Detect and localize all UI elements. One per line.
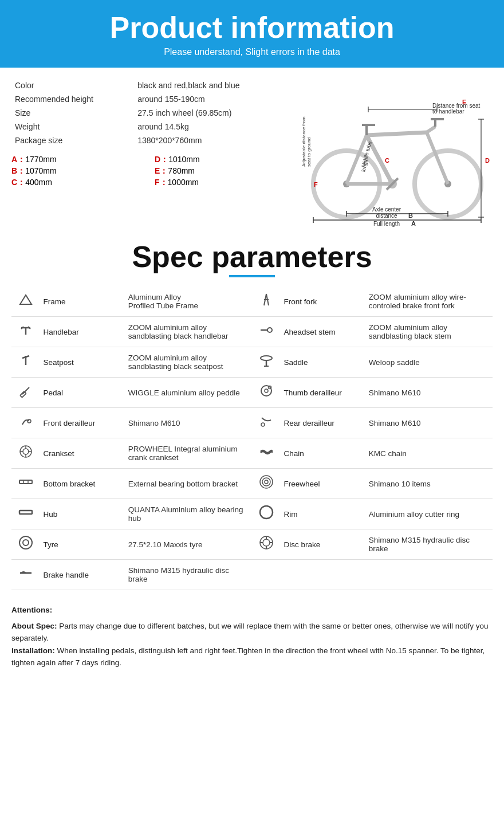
svg-line-5 [367, 132, 427, 135]
page-title: Product information [11, 10, 493, 45]
front-fork-name: Front fork [280, 286, 365, 317]
height-label: Recommended height [13, 93, 134, 105]
crankset-value: PROWHEEL Integral aluminium crank cranks… [125, 438, 252, 469]
freewheel-icon [252, 469, 280, 499]
seatpost-icon [11, 347, 40, 378]
color-value: black and red,black and blue [135, 79, 285, 92]
hub-value: QUANTA Aluminium alloy bearing hub [125, 499, 252, 529]
svg-rect-75 [19, 480, 32, 484]
svg-point-68 [261, 423, 265, 426]
svg-text:D: D [485, 157, 490, 164]
dimensions-grid: A：1770mm D：1010mm B：1070mm E：780mm C：400… [11, 155, 286, 188]
table-row: Seatpost ZOOM aluminium alloy sandblasti… [11, 347, 493, 378]
attentions-section: Attentions: About Spec: Parts may change… [0, 596, 504, 681]
rim-icon [252, 499, 280, 529]
empty-icon [252, 560, 280, 590]
color-label: Color [13, 79, 134, 92]
aheadset-value: ZOOM aluminium alloy sandblasting black … [365, 317, 493, 347]
freewheel-name: Freewheel [280, 469, 365, 499]
spec-title: Spec parameters [11, 240, 493, 274]
height-value: around 155-190cm [135, 93, 285, 105]
package-label: Package size [13, 134, 134, 147]
svg-line-54 [28, 327, 30, 329]
front-fork-icon [252, 286, 280, 317]
rear-derailleur-icon [252, 408, 280, 438]
frame-name: Frame [40, 286, 124, 317]
bike-svg: Full length A Axle center distance B Dis… [298, 78, 493, 227]
table-row: Crankset PROWHEEL Integral aluminium cra… [11, 438, 493, 469]
info-left: Color black and red,black and blue Recom… [11, 78, 286, 229]
chain-value: KMC chain [365, 438, 493, 469]
svg-point-79 [262, 478, 270, 486]
info-table: Color black and red,black and blue Recom… [11, 78, 286, 148]
tyre-icon [11, 529, 40, 560]
pedal-icon [11, 378, 40, 408]
seatpost-name: Seatpost [40, 347, 124, 378]
hub-name: Hub [40, 499, 124, 529]
aheadset-name: Aheadset stem [280, 317, 365, 347]
svg-marker-47 [20, 295, 32, 304]
table-row: Front derailleur Shimano M610 Rear derai… [11, 408, 493, 438]
table-row: Pedal WIGGLE aluminium alloy peddle Thum… [11, 378, 493, 408]
table-row: Brake handle Shimano M315 hydraulic disc… [11, 560, 493, 590]
attentions-title: Attentions: [11, 604, 493, 617]
svg-point-56 [267, 328, 272, 332]
weight-label: Weight [13, 120, 134, 133]
brake-handle-name: Brake handle [40, 560, 124, 590]
handlebar-name: Handlebar [40, 317, 124, 347]
tyre-value: 27.5*2.10 Maxxis tyre [125, 529, 252, 560]
svg-text:Full length: Full length [373, 221, 400, 227]
about-spec-text: Parts may change due to different batche… [11, 622, 489, 643]
empty-name [280, 560, 365, 590]
about-spec-bold: About Spec: [11, 622, 57, 630]
installation-bold: installation: [11, 646, 55, 655]
svg-point-84 [23, 540, 29, 545]
rear-derailleur-name: Rear derailleur [280, 408, 365, 438]
front-derailleur-value: Shimano M610 [125, 408, 252, 438]
brake-handle-icon [11, 560, 40, 590]
disc-brake-name: Disc brake [280, 529, 365, 560]
empty-value [365, 560, 493, 590]
chain-name: Chain [280, 438, 365, 469]
frame-icon [11, 286, 40, 317]
bike-diagram: Full length A Axle center distance B Dis… [298, 78, 493, 229]
product-info-section: Color black and red,black and blue Recom… [0, 68, 504, 240]
svg-point-83 [19, 536, 32, 549]
table-row: Tyre 27.5*2.10 Maxxis tyre Disc brake Sh… [11, 529, 493, 560]
dim-f: F：1000mm [155, 178, 286, 188]
svg-point-80 [265, 480, 268, 484]
svg-text:F: F [314, 181, 318, 188]
spec-underline [229, 275, 275, 277]
svg-point-64 [261, 386, 271, 396]
package-value: 1380*200*760mm [135, 134, 285, 147]
aheadset-icon [252, 317, 280, 347]
bottom-bracket-value: External bearing bottom bracket [125, 469, 252, 499]
table-row: Handlebar ZOOM aluminium alloy sandblast… [11, 317, 493, 347]
rim-name: Rim [280, 499, 365, 529]
spec-table: Frame Aluminum AlloyProfiled Tube Frame … [11, 286, 493, 590]
spec-section: Spec parameters Frame Aluminum AlloyProf… [0, 240, 504, 596]
svg-rect-63 [20, 391, 26, 398]
svg-point-82 [260, 506, 273, 519]
installation-text: When installing pedals, distinguish left… [11, 646, 485, 668]
dim-d: D：1010mm [155, 155, 286, 165]
svg-point-59 [261, 356, 272, 360]
pedal-name: Pedal [40, 378, 124, 408]
svg-rect-81 [19, 511, 32, 514]
dim-a: A：1770mm [11, 155, 143, 165]
table-row: Bottom bracket External bearing bottom b… [11, 469, 493, 499]
svg-text:C: C [385, 157, 389, 164]
disc-brake-value: Shimano M315 hydraulic disc brake [365, 529, 493, 560]
saddle-value: Weloop saddle [365, 347, 493, 378]
rim-value: Aluminium alloy cutter ring [365, 499, 493, 529]
chain-icon [252, 438, 280, 469]
svg-text:E: E [462, 99, 466, 105]
crankset-name: Crankset [40, 438, 124, 469]
thumb-derailleur-name: Thumb derailleur [280, 378, 365, 408]
svg-point-86 [263, 539, 270, 546]
frame-value: Aluminum AlloyProfiled Tube Frame [125, 286, 252, 317]
pedal-value: WIGGLE aluminium alloy peddle [125, 378, 252, 408]
freewheel-value: Shimano 10 items [365, 469, 493, 499]
dim-e: E：780mm [155, 166, 286, 176]
dim-b: B：1070mm [11, 166, 143, 176]
